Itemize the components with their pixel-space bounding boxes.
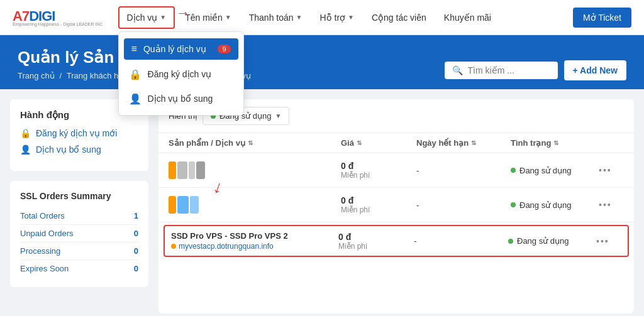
col-price: Giá ⇅ (341, 138, 416, 148)
lock-icon: 🔒 (129, 68, 142, 80)
chevron-down-icon: ▼ (348, 14, 354, 21)
ssl-unpaid-orders: Unpaid Orders 0 (20, 225, 138, 242)
sidebar: Hành động 🔒 Đăng ký dịch vụ mới 👤 Dịch v… (10, 99, 148, 313)
product-name: SSD Pro VPS - SSD Pro VPS 2 (171, 231, 288, 241)
product-cell (169, 194, 341, 215)
thumb-gray1 (177, 161, 187, 179)
ssl-processing-link[interactable]: Processing (20, 246, 60, 256)
product-thumbnail (169, 160, 206, 181)
thumb-blue (177, 196, 189, 214)
sidebar-link-register-service[interactable]: 🔒 Đăng ký dịch vụ mới (20, 128, 138, 138)
header: → A7DIGI Empowering Happiness - Digital … (0, 0, 644, 35)
ssl-expires-soon: Expires Soon 0 (20, 260, 138, 277)
product-cell (169, 160, 341, 181)
product-thumbnail (169, 194, 206, 215)
status-active-icon (511, 202, 516, 207)
price-cell: 0 đ Miễn phí (338, 232, 414, 251)
product-info: SSD Pro VPS - SSD Pro VPS 2 myvestacp.do… (171, 231, 288, 251)
sidebar-link-addon-service[interactable]: 👤 Dịch vụ bổ sung (20, 144, 138, 155)
status-cell: Đang sử dụng (511, 200, 599, 210)
status-cell: Đang sử dụng (508, 236, 596, 246)
sort-icon: ⇅ (357, 139, 362, 146)
table-row: SSD Pro VPS - SSD Pro VPS 2 myvestacp.do… (164, 225, 629, 257)
thumb-orange (169, 196, 176, 214)
table-column-headers: Sản phẩm / Dịch vụ ⇅ Giá ⇅ Ngày hết hạn … (158, 133, 634, 153)
ssl-processing-count: 0 (134, 246, 138, 256)
sort-icon: ⇅ (553, 139, 558, 146)
chevron-down-icon: ▼ (160, 14, 166, 21)
status-active-icon (511, 168, 516, 173)
ssl-unpaid-count: 0 (134, 229, 138, 238)
dropdown-dang-ky-dich-vu[interactable]: 🔒 Đăng ký dịch vụ (119, 62, 243, 87)
dropdown-dich-vu-bo-sung[interactable]: 👤 Dịch vụ bổ sung (119, 87, 243, 111)
date-cell: - (416, 200, 511, 210)
price-cell: 0 đ Miễn phí (341, 195, 416, 214)
ssl-processing: Processing 0 (20, 242, 138, 260)
ssl-total-count: 1 (134, 211, 138, 221)
chevron-down-icon: ▼ (275, 112, 281, 119)
sort-icon: ⇅ (248, 139, 253, 146)
ssl-title: SSL Orders Summary (20, 191, 138, 201)
product-cell: SSD Pro VPS - SSD Pro VPS 2 myvestacp.do… (171, 231, 338, 251)
nav-item-dich-vu[interactable]: Dịch vụ ▼ (118, 6, 175, 29)
nav-item-khuyen-mai[interactable]: Khuyến mãi (436, 8, 499, 28)
breadcrumb-home[interactable]: Trang chủ (18, 71, 55, 80)
col-expiry: Ngày hết hạn ⇅ (416, 138, 511, 148)
col-product: Sản phẩm / Dịch vụ ⇅ (169, 138, 341, 148)
open-ticket-button[interactable]: Mở Ticket (573, 8, 631, 28)
nav-dich-vu-container: Dịch vụ ▼ ≡ Quản lý dịch vụ 9 🔒 Đăng ký … (118, 6, 175, 29)
ssl-total-orders-link[interactable]: Total Orders (20, 211, 65, 221)
domain-icon (171, 244, 176, 249)
price-cell: 0 đ Miễn phí (341, 161, 416, 180)
ssl-unpaid-orders-link[interactable]: Unpaid Orders (20, 229, 74, 238)
table-row: 0 đ Miễn phí - Đang sử dụng ••• (158, 188, 634, 222)
user-icon: 👤 (20, 144, 31, 155)
row-actions-button[interactable]: ••• (599, 200, 624, 210)
row-actions-button[interactable]: ••• (596, 236, 621, 246)
thumb-orange (169, 161, 176, 179)
date-cell: - (416, 166, 511, 175)
row-actions-button[interactable]: ••• (599, 165, 624, 175)
page-banner: Quản lý Sản phẩm / Dịch vụ Trang chủ / T… (0, 35, 644, 89)
logo-sub: Empowering Happiness - Digital LEADER IN… (13, 22, 103, 26)
chevron-down-icon: ▼ (225, 14, 231, 21)
search-input[interactable] (468, 65, 543, 75)
dich-vu-dropdown: ≡ Quản lý dịch vụ 9 🔒 Đăng ký dịch vụ 👤 … (118, 31, 244, 116)
thumb-lightblue (190, 196, 199, 214)
ssl-expires-soon-link[interactable]: Expires Soon (20, 264, 69, 273)
col-actions (599, 138, 624, 148)
search-box[interactable]: 🔍 (445, 62, 558, 79)
products-table-area: Hiển thị Đang sử dụng ▼ Sản phẩm / Dịch … (158, 99, 634, 313)
col-status: Tình trạng ⇅ (511, 138, 599, 148)
main-content: ↓ Hành động 🔒 Đăng ký dịch vụ mới 👤 Dịch… (0, 89, 644, 316)
dropdown-quan-ly-dich-vu[interactable]: ≡ Quản lý dịch vụ 9 (124, 38, 238, 60)
nav-item-ho-tro[interactable]: Hỗ trợ ▼ (313, 8, 362, 28)
thumb-gray3 (196, 161, 205, 179)
logo[interactable]: A7DIGI Empowering Happiness - Digital LE… (13, 8, 103, 26)
chevron-down-icon: ▼ (296, 14, 303, 21)
menu-icon: ≡ (131, 43, 137, 55)
product-domain: myvestacp.dotrungquan.info (171, 242, 288, 251)
table-row: 0 đ Miễn phí - Đang sử dụng ••• (158, 153, 634, 188)
search-icon: 🔍 (452, 65, 463, 75)
user-icon: 👤 (129, 93, 142, 105)
nav-arrow-annotation: → (176, 5, 192, 21)
ssl-section: SSL Orders Summary Total Orders 1 Unpaid… (10, 181, 148, 287)
status-cell: Đang sử dụng (511, 166, 599, 175)
add-new-button[interactable]: + Add New (564, 60, 626, 80)
nav-item-cong-tac-vien[interactable]: Cộng tác viên (364, 8, 434, 28)
lock-icon: 🔒 (20, 128, 31, 138)
status-active-icon (508, 239, 513, 244)
date-cell: - (414, 236, 508, 246)
nav-item-thanh-toan[interactable]: Thanh toán ▼ (242, 8, 310, 28)
thumb-gray2 (189, 161, 195, 179)
ssl-total-orders: Total Orders 1 (20, 207, 138, 225)
ssl-expires-count: 0 (134, 264, 138, 273)
banner-right: 🔍 + Add New (445, 60, 626, 80)
sort-icon: ⇅ (471, 139, 476, 146)
